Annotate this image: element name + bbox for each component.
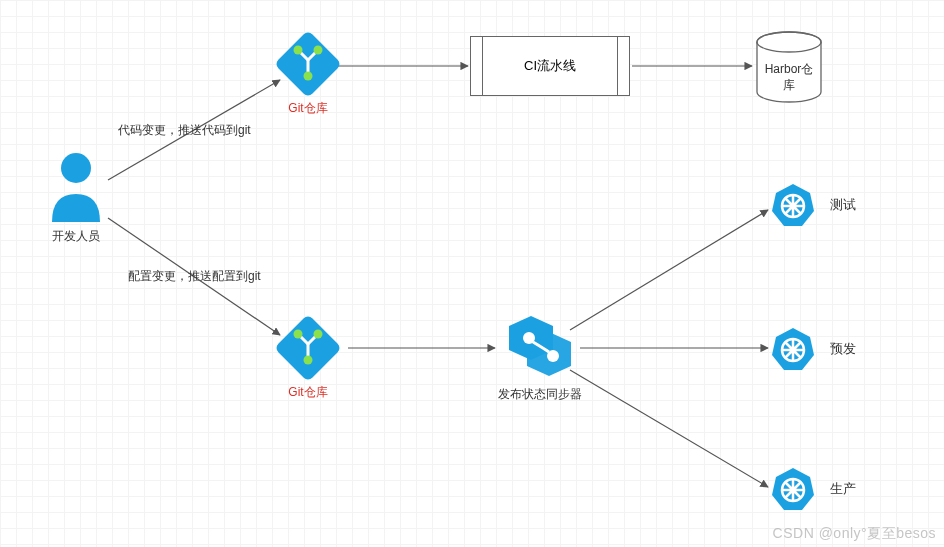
svg-point-15 <box>314 46 323 55</box>
sync-icon <box>501 312 579 382</box>
svg-point-13 <box>304 72 313 81</box>
svg-line-5 <box>570 210 768 330</box>
sync-label: 发布状态同步器 <box>498 386 582 403</box>
env-prod-label: 生产 <box>830 480 856 498</box>
kubernetes-icon <box>770 182 816 228</box>
git-repo-top-node: Git仓库 <box>276 32 340 117</box>
person-icon <box>46 150 106 224</box>
git-icon <box>276 316 340 380</box>
svg-point-42 <box>790 347 797 354</box>
watermark: CSDN @only°夏至besos <box>773 525 936 543</box>
env-pre-label: 预发 <box>830 340 856 358</box>
svg-point-49 <box>790 487 797 494</box>
developer-node: 开发人员 <box>46 150 106 245</box>
edge-code-change-label: 代码变更，推送代码到git <box>118 122 251 139</box>
git-repo-bottom-node: Git仓库 <box>276 316 340 401</box>
git-repo-bottom-label: Git仓库 <box>276 384 340 401</box>
env-pre-node: 预发 <box>770 326 856 372</box>
edge-config-change-label: 配置变更，推送配置到git <box>128 268 261 285</box>
harbor-node: Harbor仓 库 <box>754 30 824 110</box>
svg-point-35 <box>790 203 797 210</box>
svg-line-7 <box>570 370 768 487</box>
kubernetes-icon <box>770 326 816 372</box>
kubernetes-icon <box>770 466 816 512</box>
svg-point-21 <box>294 330 303 339</box>
git-icon <box>276 32 340 96</box>
svg-point-8 <box>61 153 91 183</box>
env-test-label: 测试 <box>830 196 856 214</box>
svg-point-22 <box>314 330 323 339</box>
ci-pipeline-box: CI流水线 <box>470 36 630 96</box>
ci-pipeline-label: CI流水线 <box>524 57 576 75</box>
harbor-label: Harbor仓 库 <box>754 62 824 93</box>
svg-point-14 <box>294 46 303 55</box>
developer-label: 开发人员 <box>46 228 106 245</box>
svg-point-20 <box>304 356 313 365</box>
sync-node: 发布状态同步器 <box>498 312 582 403</box>
env-prod-node: 生产 <box>770 466 856 512</box>
env-test-node: 测试 <box>770 182 856 228</box>
git-repo-top-label: Git仓库 <box>276 100 340 117</box>
